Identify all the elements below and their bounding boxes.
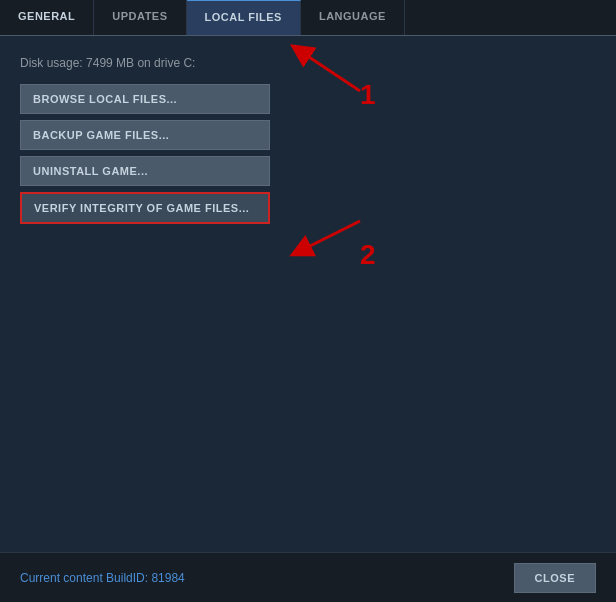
tab-local-files[interactable]: LOCAL FILES (187, 0, 301, 35)
build-id-label: Current content BuildID: 81984 (20, 571, 185, 585)
uninstall-game-button[interactable]: UNINSTALL GAME... (20, 156, 270, 186)
footer: Current content BuildID: 81984 CLOSE (0, 552, 616, 602)
arrow-2-number: 2 (360, 239, 376, 271)
svg-line-1 (300, 51, 360, 91)
arrow-1-number: 1 (360, 79, 376, 111)
main-content: Disk usage: 7499 MB on drive C: BROWSE L… (0, 36, 616, 546)
close-button[interactable]: CLOSE (514, 563, 596, 593)
verify-integrity-button[interactable]: VERIFY INTEGRITY OF GAME FILES... (20, 192, 270, 224)
backup-game-files-button[interactable]: BACKUP GAME FILES... (20, 120, 270, 150)
tab-language[interactable]: LANGUAGE (301, 0, 405, 35)
tabs-bar: GENERAL UPDATES LOCAL FILES LANGUAGE (0, 0, 616, 36)
annotation-arrow-2: 2 (270, 211, 390, 274)
browse-local-files-button[interactable]: BROWSE LOCAL FILES... (20, 84, 270, 114)
tab-updates[interactable]: UPDATES (94, 0, 186, 35)
annotation-arrow-1: 1 (270, 41, 390, 104)
tab-general[interactable]: GENERAL (0, 0, 94, 35)
svg-line-3 (300, 221, 360, 251)
